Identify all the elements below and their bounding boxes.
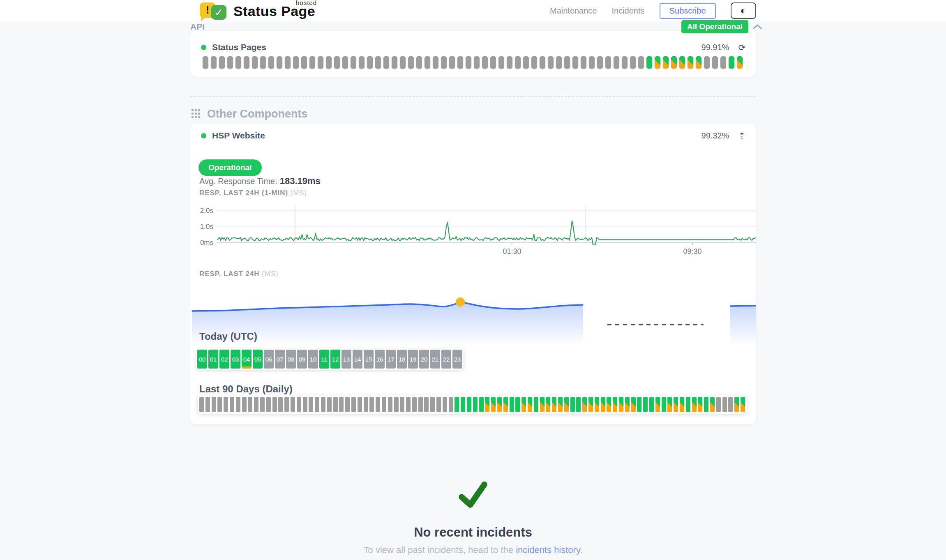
day-bar [321,397,325,412]
uptime-bar [720,56,726,69]
day-bar [558,397,563,412]
day-bar [364,397,368,412]
day-bar [607,397,611,412]
uptime-bar [498,56,504,69]
uptime-bar [277,56,282,69]
no-incidents-title: No recent incidents [0,525,946,540]
day-bar [217,397,222,412]
uptime-bar [630,56,636,69]
uptime-bar [663,56,669,69]
hour-block: 10 [308,350,318,369]
day-bar [230,397,234,412]
day-bar [376,397,380,412]
day-bar [576,397,581,412]
y-tick-1s: 1.0s [192,223,213,231]
operational-badge: Operational [198,159,262,176]
hour-block: 04 [242,350,251,369]
day-bar [479,397,484,412]
chart1-title: RESP. LAST 24H (1-MIN) (MS) [199,189,307,197]
day-bar [315,397,319,412]
hour-block: 12 [330,350,340,369]
theme-icon: ◐ [741,5,747,16]
grid-icon [192,109,201,119]
uptime-bar [474,56,480,69]
uptime-bar [712,56,718,69]
nav-maintenance-link[interactable]: Maintenance [550,6,597,16]
incidents-history-link[interactable]: incidents history [516,545,580,555]
component-row: HSP Website 99.32% ⇡ [201,131,745,141]
uptime-bars-strip [203,56,743,69]
day-bar [369,397,374,412]
uptime-bar [655,56,660,69]
uptime-bar [531,56,537,69]
day-bar [351,397,356,412]
brand-name: Status Page hosted [233,1,315,21]
uptime-bar [696,56,701,69]
hour-block: 07 [275,350,285,369]
uptime-bar [449,56,455,69]
uptime-bar [235,56,241,69]
hour-block: 11 [319,350,329,369]
uptime-bar [433,56,438,69]
collapse-arrow-icon[interactable]: ⇡ [738,131,745,140]
chevron-up-icon[interactable] [752,24,762,30]
day-bar [582,397,587,412]
theme-toggle-button[interactable]: ◐ [731,2,757,19]
day-bar [515,397,520,412]
all-operational-badge[interactable]: All Operational [681,20,748,33]
uptime-bar [260,56,266,69]
uptime-bar [482,56,488,69]
uptime-bar [268,56,274,69]
day-bar [327,397,332,412]
day-bar [424,397,429,412]
uptime-bar [244,56,249,69]
uptime-bar [605,56,611,69]
day-bar [528,397,532,412]
top-nav: Maintenance Incidents Subscribe ◐ [550,0,756,21]
other-components-title: Other Components [207,108,308,120]
logo-icon: ! ✓ [200,1,230,21]
uptime-bar [359,56,365,69]
component-name: Status Pages [212,42,266,52]
day-bar [521,397,526,412]
overall-status: All Operational [681,20,762,33]
uptime-percentage: 99.32% [701,131,729,141]
nav-incidents-link[interactable]: Incidents [612,6,645,16]
hour-block: 00 [197,350,207,369]
day-bar [655,397,660,412]
uptime-bar [540,56,545,69]
day-bar [248,397,252,412]
uptime-percentage: 99.91% [701,43,729,52]
uptime-bar [729,56,734,69]
day-bar [619,397,623,412]
uptime-bar [425,56,430,69]
uptime-bar [351,56,356,69]
uptime-bar [441,56,447,69]
day-bar [728,397,733,412]
day-bar [278,397,283,412]
hour-block: 05 [253,350,263,369]
day-bar [503,397,508,412]
subscribe-button[interactable]: Subscribe [660,3,716,19]
uptime-bar [638,56,644,69]
uptime-bar [589,56,595,69]
y-tick-2s: 2.0s [192,207,213,215]
day-bar [412,397,417,412]
day-bar [345,397,350,412]
day-bar [601,397,605,412]
day-bar [680,397,684,412]
uptime-bar [614,56,619,69]
uptime-bar [318,56,323,69]
chart1-title-text: RESP. LAST 24H (1-MIN) [199,189,288,197]
x-tick-0130: 01:30 [503,247,521,256]
day-bar [662,397,666,412]
refresh-icon[interactable]: ⟳ [738,43,745,52]
status-dot-icon [201,133,206,138]
response-time-24h-chart [190,283,756,349]
dashed-divider [190,96,756,97]
hour-block: 08 [286,350,296,369]
chart2-title-text: RESP. LAST 24H [199,270,259,278]
day-bar [510,397,514,412]
check-glyph: ✓ [215,7,223,18]
day-bar [284,397,289,412]
